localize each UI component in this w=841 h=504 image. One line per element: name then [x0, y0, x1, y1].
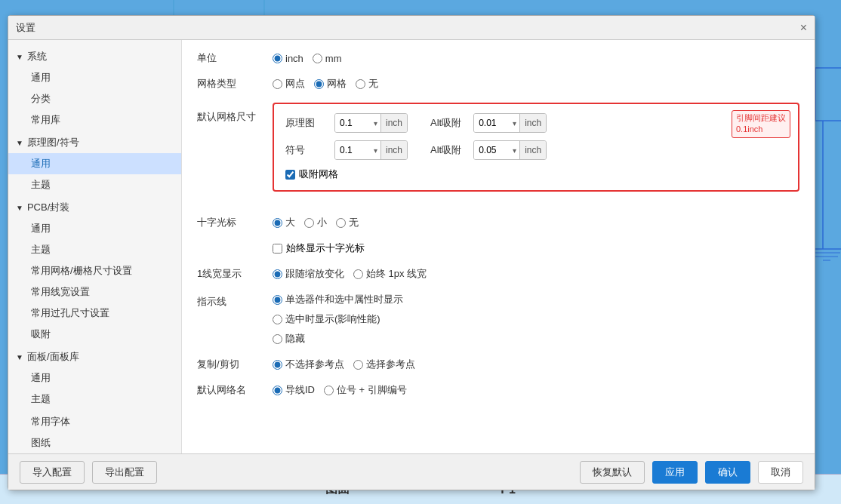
indicator-hidden-label: 隐藏 — [285, 332, 305, 346]
crosshair-small-option[interactable]: 小 — [304, 216, 327, 229]
linewidth-controls: 跟随缩放变化 始终 1px 线宽 — [273, 267, 427, 281]
grid-none-radio[interactable] — [356, 79, 365, 89]
crosshair-large-radio[interactable] — [273, 218, 282, 228]
sidebar-item-category[interactable]: 分类 — [8, 88, 181, 109]
copycut-noref-option[interactable]: 不选择参考点 — [273, 358, 344, 371]
unit-inch-option[interactable]: inch — [273, 53, 303, 64]
schematic-sublabel: 原理图 — [285, 116, 327, 130]
sidebar-item-schematic-general[interactable]: 通用 — [8, 153, 181, 174]
symbol-select-wrapper: 0.1 0.05 0.025 — [335, 140, 380, 160]
grid-none-label: 无 — [368, 77, 378, 91]
indicator-select-option[interactable]: 单选器件和选中属性时显示 — [273, 293, 403, 306]
schematic-select-wrapper: 0.1 0.05 0.025 — [335, 113, 380, 133]
sidebar-item-panel-theme[interactable]: 主题 — [8, 389, 181, 410]
dialog-titlebar: 设置 × — [8, 16, 815, 40]
linewidth-row: 1线宽显示 跟随缩放变化 始终 1px 线宽 — [197, 267, 799, 281]
copycut-noref-label: 不选择参考点 — [285, 358, 344, 371]
grid-grid-label: 网格 — [327, 77, 347, 91]
apply-button[interactable]: 应用 — [652, 461, 698, 484]
copycut-ref-option[interactable]: 选择参考点 — [353, 358, 415, 371]
tooltip-line1: 引脚间距建议 — [736, 113, 786, 122]
grid-grid-radio[interactable] — [314, 79, 324, 89]
import-config-button[interactable]: 导入配置 — [20, 461, 85, 484]
linewidth-fixed-radio[interactable] — [353, 269, 363, 279]
dialog-title: 设置 — [16, 21, 35, 35]
indicator-hidden-radio[interactable] — [273, 334, 282, 344]
confirm-button[interactable]: 确认 — [705, 461, 750, 484]
restore-default-button[interactable]: 恢复默认 — [580, 461, 645, 484]
default-grid-wrapper: 默认网格尺寸 引脚间距建议 0.1inch 原理图 0.1 — [197, 103, 799, 204]
snap-grid-label: 吸附网格 — [299, 167, 338, 181]
sidebar-item-pcb-snap[interactable]: 吸附 — [8, 324, 181, 345]
cancel-button[interactable]: 取消 — [758, 461, 803, 484]
schematic-value-select[interactable]: 0.1 0.05 0.025 — [335, 113, 380, 133]
indicator-hidden-option[interactable]: 隐藏 — [273, 332, 403, 346]
sidebar-section-system: ▼ 系统 通用 分类 常用库 — [8, 46, 181, 131]
alt-snap-select2[interactable]: 0.05 0.025 0.01 — [474, 140, 519, 160]
snap-grid-checkbox[interactable] — [285, 170, 295, 180]
copycut-label: 复制/剪切 — [197, 358, 273, 371]
sidebar-item-panel-general[interactable]: 通用 — [8, 367, 181, 389]
sidebar-item-pcb-via[interactable]: 常用过孔尺寸设置 — [8, 303, 181, 324]
crosshair-row: 十字光标 大 小 无 — [197, 216, 799, 229]
sidebar-item-pcb-linewidth[interactable]: 常用线宽设置 — [8, 281, 181, 303]
export-config-button[interactable]: 导出配置 — [92, 461, 157, 484]
sidebar-group-panel[interactable]: ▼ 面板/面板库 — [8, 346, 181, 367]
sidebar-group-system[interactable]: ▼ 系统 — [8, 46, 181, 67]
linewidth-zoom-label: 跟随缩放变化 — [285, 267, 344, 281]
unit-mm-radio[interactable] — [313, 54, 322, 63]
netname-pospin-radio[interactable] — [324, 386, 334, 395]
sidebar-item-fonts[interactable]: 常用字体 — [8, 411, 181, 432]
grid-type-row: 网格类型 网点 网格 无 — [197, 77, 799, 91]
sidebar-item-paper[interactable]: 图纸 — [8, 432, 181, 453]
copycut-ref-label: 选择参考点 — [366, 358, 415, 371]
alt-snap-select1[interactable]: 0.01 0.005 0.025 — [474, 113, 519, 133]
netname-wireid-label: 导线ID — [285, 383, 315, 397]
netname-pospin-option[interactable]: 位号 + 引脚编号 — [324, 383, 407, 397]
snap-row: 吸附网格 — [285, 167, 787, 181]
crosshair-none-radio[interactable] — [336, 218, 346, 228]
crosshair-small-radio[interactable] — [304, 218, 314, 228]
grid-none-option[interactable]: 无 — [356, 77, 378, 91]
sidebar-item-schematic-theme[interactable]: 主题 — [8, 174, 181, 195]
copycut-row: 复制/剪切 不选择参考点 选择参考点 — [197, 358, 799, 371]
sidebar-group-panel-label: 面板/面板库 — [27, 350, 79, 364]
indicator-label: 指示线 — [197, 293, 273, 309]
linewidth-label: 1线宽显示 — [197, 267, 273, 281]
footer-right: 恢复默认 应用 确认 取消 — [580, 461, 803, 484]
linewidth-zoom-option[interactable]: 跟随缩放变化 — [273, 267, 344, 281]
unit-inch-radio[interactable] — [273, 54, 282, 63]
crosshair-none-option[interactable]: 无 — [336, 216, 359, 229]
grid-dot-radio[interactable] — [273, 79, 282, 89]
close-button[interactable]: × — [800, 22, 807, 34]
linewidth-fixed-option[interactable]: 始终 1px 线宽 — [353, 267, 427, 281]
netname-wireid-radio[interactable] — [273, 386, 282, 395]
copycut-noref-radio[interactable] — [273, 360, 282, 370]
dialog-body: ▼ 系统 通用 分类 常用库 ▼ 原理图/符号 通用 主题 ▼ — [8, 40, 815, 453]
snap-checkbox-item[interactable]: 吸附网格 — [285, 167, 338, 181]
unit-mm-option[interactable]: mm — [313, 53, 342, 64]
copycut-ref-radio[interactable] — [353, 360, 363, 370]
indicator-hover-option[interactable]: 选中时显示(影响性能) — [273, 312, 403, 326]
sidebar-group-schematic-label: 原理图/符号 — [27, 136, 79, 149]
grid-dot-option[interactable]: 网点 — [273, 77, 305, 91]
linewidth-zoom-radio[interactable] — [273, 269, 282, 279]
sidebar-item-pcb-grid[interactable]: 常用网格/栅格尺寸设置 — [8, 260, 181, 281]
indicator-select-radio[interactable] — [273, 295, 282, 305]
sidebar-section-pcb: ▼ PCB/封装 通用 主题 常用网格/栅格尺寸设置 常用线宽设置 常用过孔尺寸… — [8, 197, 181, 345]
symbol-value-select[interactable]: 0.1 0.05 0.025 — [335, 140, 380, 160]
netname-wireid-option[interactable]: 导线ID — [273, 383, 315, 397]
sidebar-item-common-lib[interactable]: 常用库 — [8, 109, 181, 131]
grid-schematic-row: 原理图 0.1 0.05 0.025 inch Alt吸附 — [285, 113, 787, 133]
indicator-hover-radio[interactable] — [273, 315, 282, 324]
dialog-footer: 导入配置 导出配置 恢复默认 应用 确认 取消 — [8, 453, 815, 490]
always-crosshair-checkbox[interactable] — [273, 244, 282, 254]
sidebar-group-pcb[interactable]: ▼ PCB/封装 — [8, 197, 181, 218]
sidebar-group-schematic[interactable]: ▼ 原理图/符号 — [8, 132, 181, 153]
sidebar-item-general-system[interactable]: 通用 — [8, 67, 181, 88]
grid-grid-option[interactable]: 网格 — [314, 77, 347, 91]
always-crosshair-item[interactable]: 始终显示十字光标 — [273, 241, 365, 255]
sidebar-item-pcb-general[interactable]: 通用 — [8, 218, 181, 239]
sidebar-item-pcb-theme[interactable]: 主题 — [8, 239, 181, 260]
crosshair-large-option[interactable]: 大 — [273, 216, 295, 229]
